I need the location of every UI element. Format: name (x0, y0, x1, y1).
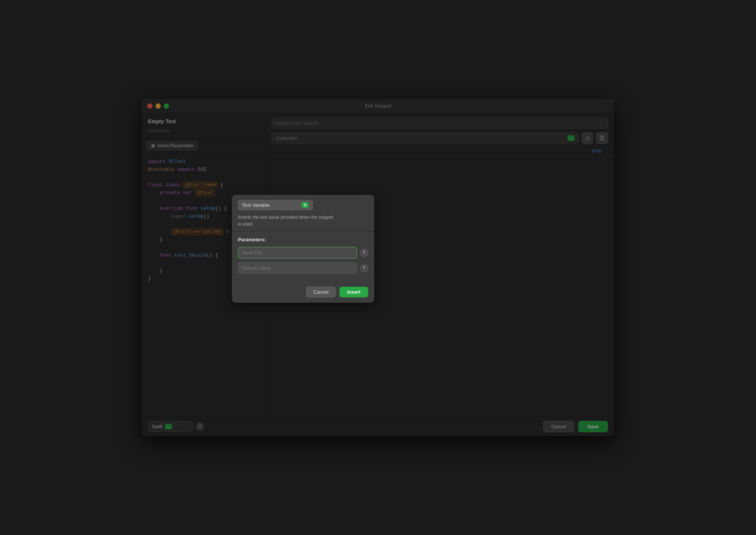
modal-type-label: Text Variable (242, 202, 270, 208)
params-label: Parameters: (238, 237, 368, 242)
main-window: Edit Snippet Empty Test Description A In… (142, 99, 614, 436)
modal-overlay: Text Variable ⇅ Inserts the text value p… (142, 99, 614, 436)
modal-dialog: Text Variable ⇅ Inserts the text value p… (232, 195, 374, 303)
default-value-help-button[interactable]: ? (360, 264, 368, 272)
modal-type-select[interactable]: Text Variable ⇅ (238, 200, 313, 210)
modal-header: Text Variable ⇅ Inserts the text value p… (232, 195, 374, 232)
default-value-row: ? (238, 262, 368, 274)
field-title-row: ? (238, 247, 368, 259)
modal-type-chevron-icon: ⇅ (302, 202, 309, 208)
field-title-input[interactable] (238, 247, 357, 259)
modal-description: Inserts the text value provided when the… (238, 214, 368, 227)
field-title-help-button[interactable]: ? (360, 249, 368, 257)
modal-cancel-button[interactable]: Cancel (306, 287, 335, 297)
modal-insert-button[interactable]: Insert (339, 287, 368, 297)
modal-body: Parameters: ? ? (232, 232, 374, 283)
modal-type-row: Text Variable ⇅ (238, 200, 368, 210)
default-value-input[interactable] (238, 262, 357, 274)
modal-footer: Cancel Insert (232, 283, 374, 303)
